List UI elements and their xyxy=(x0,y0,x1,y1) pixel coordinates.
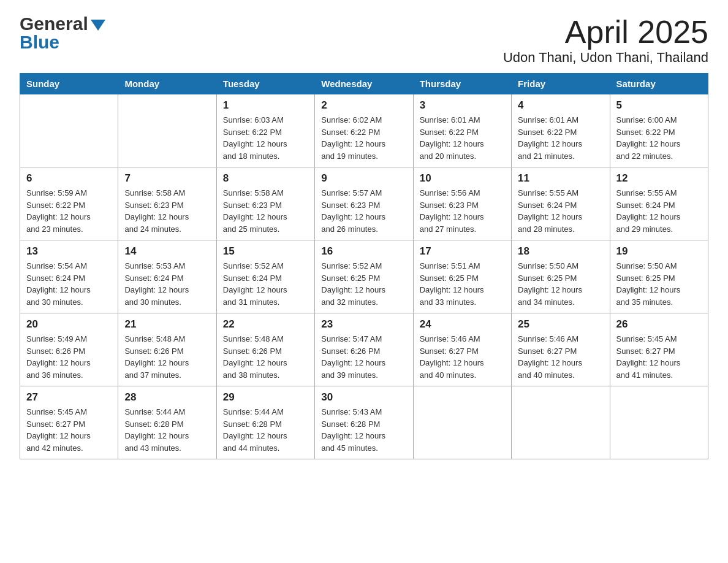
calendar-cell: 11Sunrise: 5:55 AMSunset: 6:24 PMDayligh… xyxy=(512,167,610,240)
calendar-cell xyxy=(413,386,511,459)
day-number: 2 xyxy=(321,99,406,112)
day-number: 4 xyxy=(518,99,603,112)
calendar-cell xyxy=(118,94,216,167)
day-number: 15 xyxy=(223,245,308,258)
day-info: Sunrise: 5:45 AMSunset: 6:27 PMDaylight:… xyxy=(616,333,702,381)
day-number: 14 xyxy=(124,245,210,258)
day-info: Sunrise: 5:48 AMSunset: 6:26 PMDaylight:… xyxy=(223,333,308,381)
day-info: Sunrise: 5:52 AMSunset: 6:25 PMDaylight:… xyxy=(321,260,406,308)
calendar-cell: 17Sunrise: 5:51 AMSunset: 6:25 PMDayligh… xyxy=(413,240,511,313)
day-number: 1 xyxy=(223,99,308,112)
calendar-cell xyxy=(20,94,118,167)
day-number: 29 xyxy=(223,391,308,404)
calendar-cell: 19Sunrise: 5:50 AMSunset: 6:25 PMDayligh… xyxy=(610,240,708,313)
calendar-cell: 13Sunrise: 5:54 AMSunset: 6:24 PMDayligh… xyxy=(20,240,118,313)
calendar-cell: 23Sunrise: 5:47 AMSunset: 6:26 PMDayligh… xyxy=(315,313,413,386)
col-friday: Friday xyxy=(512,74,610,94)
logo: General Blue xyxy=(20,15,105,52)
day-number: 11 xyxy=(518,172,603,185)
day-info: Sunrise: 5:51 AMSunset: 6:25 PMDaylight:… xyxy=(420,260,505,308)
calendar-week-row: 6Sunrise: 5:59 AMSunset: 6:22 PMDaylight… xyxy=(20,167,708,240)
calendar-cell: 4Sunrise: 6:01 AMSunset: 6:22 PMDaylight… xyxy=(512,94,610,167)
calendar-cell: 8Sunrise: 5:58 AMSunset: 6:23 PMDaylight… xyxy=(216,167,314,240)
calendar-cell: 5Sunrise: 6:00 AMSunset: 6:22 PMDaylight… xyxy=(610,94,708,167)
calendar-cell: 15Sunrise: 5:52 AMSunset: 6:24 PMDayligh… xyxy=(216,240,314,313)
calendar-cell xyxy=(512,386,610,459)
calendar-body: 1Sunrise: 6:03 AMSunset: 6:22 PMDaylight… xyxy=(20,94,708,459)
calendar-cell: 20Sunrise: 5:49 AMSunset: 6:26 PMDayligh… xyxy=(20,313,118,386)
calendar-cell: 12Sunrise: 5:55 AMSunset: 6:24 PMDayligh… xyxy=(610,167,708,240)
calendar-cell: 18Sunrise: 5:50 AMSunset: 6:25 PMDayligh… xyxy=(512,240,610,313)
col-tuesday: Tuesday xyxy=(216,74,314,94)
day-number: 26 xyxy=(616,318,702,331)
day-number: 28 xyxy=(124,391,210,404)
calendar-table: Sunday Monday Tuesday Wednesday Thursday… xyxy=(20,73,708,459)
day-number: 23 xyxy=(321,318,406,331)
day-info: Sunrise: 5:45 AMSunset: 6:27 PMDaylight:… xyxy=(26,406,112,454)
day-info: Sunrise: 6:03 AMSunset: 6:22 PMDaylight:… xyxy=(223,114,308,162)
day-number: 18 xyxy=(518,245,603,258)
calendar-cell: 21Sunrise: 5:48 AMSunset: 6:26 PMDayligh… xyxy=(118,313,216,386)
calendar-cell: 3Sunrise: 6:01 AMSunset: 6:22 PMDaylight… xyxy=(413,94,511,167)
day-info: Sunrise: 5:50 AMSunset: 6:25 PMDaylight:… xyxy=(616,260,702,308)
day-number: 12 xyxy=(616,172,702,185)
day-info: Sunrise: 5:48 AMSunset: 6:26 PMDaylight:… xyxy=(124,333,210,381)
calendar-cell: 22Sunrise: 5:48 AMSunset: 6:26 PMDayligh… xyxy=(216,313,314,386)
calendar-cell: 25Sunrise: 5:46 AMSunset: 6:27 PMDayligh… xyxy=(512,313,610,386)
calendar-header: Sunday Monday Tuesday Wednesday Thursday… xyxy=(20,74,708,94)
page-header: General Blue April 2025 Udon Thani, Udon… xyxy=(20,15,708,66)
day-info: Sunrise: 5:52 AMSunset: 6:24 PMDaylight:… xyxy=(223,260,308,308)
day-info: Sunrise: 5:46 AMSunset: 6:27 PMDaylight:… xyxy=(518,333,603,381)
day-number: 21 xyxy=(124,318,210,331)
day-info: Sunrise: 5:43 AMSunset: 6:28 PMDaylight:… xyxy=(321,406,406,454)
days-of-week-row: Sunday Monday Tuesday Wednesday Thursday… xyxy=(20,74,708,94)
day-info: Sunrise: 5:53 AMSunset: 6:24 PMDaylight:… xyxy=(124,260,210,308)
logo-arrow-icon xyxy=(91,20,105,31)
day-info: Sunrise: 5:55 AMSunset: 6:24 PMDaylight:… xyxy=(518,187,603,235)
calendar-cell: 1Sunrise: 6:03 AMSunset: 6:22 PMDaylight… xyxy=(216,94,314,167)
day-number: 30 xyxy=(321,391,406,404)
calendar-week-row: 1Sunrise: 6:03 AMSunset: 6:22 PMDaylight… xyxy=(20,94,708,167)
day-number: 19 xyxy=(616,245,702,258)
calendar-cell: 29Sunrise: 5:44 AMSunset: 6:28 PMDayligh… xyxy=(216,386,314,459)
col-monday: Monday xyxy=(118,74,216,94)
day-info: Sunrise: 5:59 AMSunset: 6:22 PMDaylight:… xyxy=(26,187,112,235)
calendar-cell: 16Sunrise: 5:52 AMSunset: 6:25 PMDayligh… xyxy=(315,240,413,313)
day-number: 6 xyxy=(26,172,112,185)
day-number: 8 xyxy=(223,172,308,185)
title-block: April 2025 Udon Thani, Udon Thani, Thail… xyxy=(503,15,708,66)
day-info: Sunrise: 6:00 AMSunset: 6:22 PMDaylight:… xyxy=(616,114,702,162)
col-sunday: Sunday xyxy=(20,74,118,94)
page-subtitle: Udon Thani, Udon Thani, Thailand xyxy=(503,50,708,66)
day-info: Sunrise: 5:55 AMSunset: 6:24 PMDaylight:… xyxy=(616,187,702,235)
calendar-cell: 7Sunrise: 5:58 AMSunset: 6:23 PMDaylight… xyxy=(118,167,216,240)
day-number: 17 xyxy=(420,245,505,258)
calendar-cell: 27Sunrise: 5:45 AMSunset: 6:27 PMDayligh… xyxy=(20,386,118,459)
day-number: 25 xyxy=(518,318,603,331)
day-number: 22 xyxy=(223,318,308,331)
calendar-cell: 2Sunrise: 6:02 AMSunset: 6:22 PMDaylight… xyxy=(315,94,413,167)
logo-general-text: General xyxy=(20,15,88,33)
day-info: Sunrise: 6:01 AMSunset: 6:22 PMDaylight:… xyxy=(518,114,603,162)
col-thursday: Thursday xyxy=(413,74,511,94)
day-info: Sunrise: 5:49 AMSunset: 6:26 PMDaylight:… xyxy=(26,333,112,381)
day-info: Sunrise: 5:58 AMSunset: 6:23 PMDaylight:… xyxy=(124,187,210,235)
calendar-week-row: 20Sunrise: 5:49 AMSunset: 6:26 PMDayligh… xyxy=(20,313,708,386)
day-number: 24 xyxy=(420,318,505,331)
day-info: Sunrise: 5:47 AMSunset: 6:26 PMDaylight:… xyxy=(321,333,406,381)
day-number: 3 xyxy=(420,99,505,112)
calendar-week-row: 13Sunrise: 5:54 AMSunset: 6:24 PMDayligh… xyxy=(20,240,708,313)
day-info: Sunrise: 5:54 AMSunset: 6:24 PMDaylight:… xyxy=(26,260,112,308)
day-info: Sunrise: 5:50 AMSunset: 6:25 PMDaylight:… xyxy=(518,260,603,308)
col-wednesday: Wednesday xyxy=(315,74,413,94)
day-info: Sunrise: 5:58 AMSunset: 6:23 PMDaylight:… xyxy=(223,187,308,235)
day-number: 20 xyxy=(26,318,112,331)
calendar-cell: 28Sunrise: 5:44 AMSunset: 6:28 PMDayligh… xyxy=(118,386,216,459)
calendar-cell: 14Sunrise: 5:53 AMSunset: 6:24 PMDayligh… xyxy=(118,240,216,313)
day-number: 7 xyxy=(124,172,210,185)
day-number: 27 xyxy=(26,391,112,404)
day-info: Sunrise: 6:02 AMSunset: 6:22 PMDaylight:… xyxy=(321,114,406,162)
day-info: Sunrise: 5:56 AMSunset: 6:23 PMDaylight:… xyxy=(420,187,505,235)
calendar-week-row: 27Sunrise: 5:45 AMSunset: 6:27 PMDayligh… xyxy=(20,386,708,459)
calendar-cell: 6Sunrise: 5:59 AMSunset: 6:22 PMDaylight… xyxy=(20,167,118,240)
